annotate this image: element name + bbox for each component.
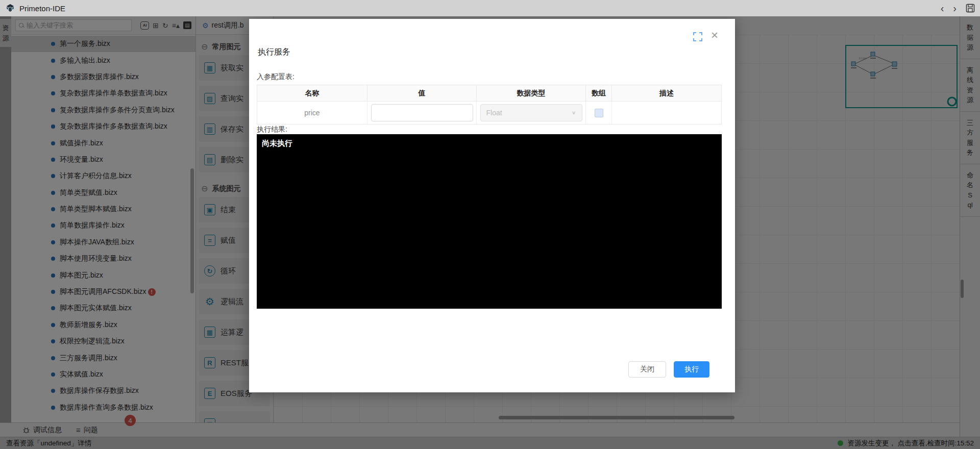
dialog-footer: 关闭 执行 (249, 361, 709, 378)
datatype-value: Float (486, 109, 502, 117)
chevron-down-icon: ∨ (572, 110, 576, 115)
app-logo-icon (5, 3, 15, 13)
save-icon[interactable] (966, 4, 975, 13)
title-bar: Primeton-IDE ‹ › (0, 0, 980, 16)
app-title: Primeton-IDE (19, 4, 65, 13)
primeton-ide-window: Primeton-IDE ‹ › 资源 AI ⊞ ↻ ≡▴ (0, 0, 980, 449)
param-table-label: 入参配置表: (257, 72, 295, 82)
fullscreen-icon[interactable] (693, 32, 703, 42)
column-header: 值 (368, 85, 477, 101)
dialog-title: 执行服务 (258, 47, 290, 58)
close-button[interactable]: 关闭 (628, 361, 666, 378)
datatype-select[interactable]: Float ∨ (480, 104, 582, 121)
param-name: price (304, 109, 320, 117)
execution-console: 尚未执行 (257, 134, 722, 309)
execute-service-dialog: 执行服务 × 入参配置表: 名称 值 数据类型 数组 描述 price Fl (249, 19, 735, 392)
param-table-row: price Float ∨ (257, 102, 721, 124)
back-icon[interactable]: ‹ (941, 3, 944, 13)
execute-button[interactable]: 执行 (674, 361, 709, 378)
column-header: 描述 (612, 85, 721, 101)
array-checkbox[interactable] (595, 109, 603, 117)
forward-icon[interactable]: › (953, 3, 957, 13)
column-header: 数据类型 (477, 85, 586, 101)
column-header: 名称 (257, 85, 368, 101)
close-icon[interactable]: × (711, 29, 718, 41)
param-value-input[interactable] (371, 104, 473, 121)
column-header: 数组 (586, 85, 612, 101)
result-label: 执行结果: (257, 125, 287, 134)
param-table-header: 名称 值 数据类型 数组 描述 (257, 85, 721, 102)
param-table: 名称 值 数据类型 数组 描述 price Float ∨ (257, 85, 722, 124)
